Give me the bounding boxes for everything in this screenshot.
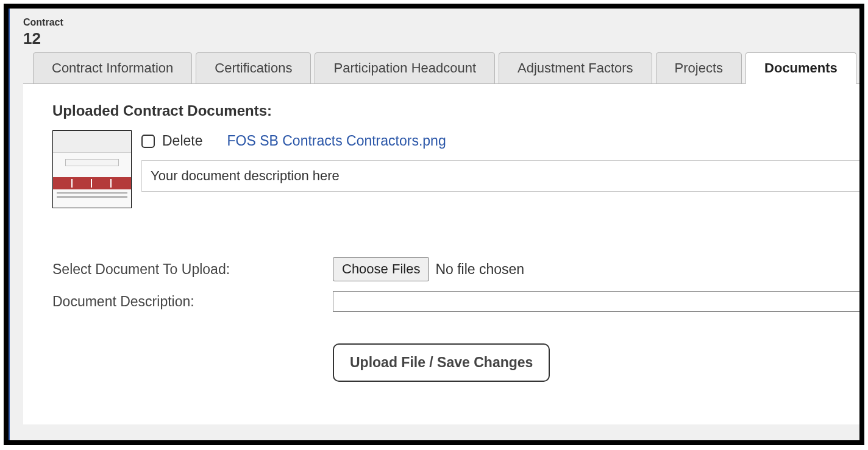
upload-save-button[interactable]: Upload File / Save Changes: [333, 343, 550, 382]
app-frame: Contract 12 Contract Information Certifi…: [4, 4, 864, 445]
document-top-line: Delete FOS SB Contracts Contractors.png: [141, 133, 859, 149]
tab-adjustment-factors[interactable]: Adjustment Factors: [499, 52, 652, 84]
document-thumbnail[interactable]: [52, 130, 132, 208]
document-description-input[interactable]: [333, 291, 859, 312]
document-description-label: Document Description:: [52, 294, 333, 310]
row-select-document: Select Document To Upload: Choose Files …: [52, 257, 859, 281]
delete-label: Delete: [162, 133, 202, 149]
tab-participation-headcount[interactable]: Participation Headcount: [315, 52, 495, 84]
document-row: Delete FOS SB Contracts Contractors.png …: [52, 130, 859, 208]
tab-content-documents: Uploaded Contract Documents: Delete FOS …: [23, 83, 859, 424]
contract-number: 12: [23, 29, 859, 48]
row-document-description: Document Description:: [52, 291, 859, 312]
upload-section: Select Document To Upload: Choose Files …: [52, 257, 859, 382]
select-document-label: Select Document To Upload:: [52, 261, 333, 278]
row-submit: Upload File / Save Changes: [52, 322, 859, 382]
section-title: Uploaded Contract Documents:: [52, 102, 859, 119]
left-accent-bar: [9, 9, 10, 440]
tab-contract-information[interactable]: Contract Information: [33, 52, 192, 84]
file-chooser: Choose Files No file chosen: [333, 257, 524, 281]
document-description-box[interactable]: Your document description here: [141, 160, 859, 192]
delete-checkbox[interactable]: [141, 135, 155, 148]
choose-files-button[interactable]: Choose Files: [333, 257, 429, 281]
tab-projects[interactable]: Projects: [656, 52, 742, 84]
tab-certifications[interactable]: Certifications: [196, 52, 311, 84]
tabs-row: Contract Information Certifications Part…: [9, 52, 859, 83]
header-label: Contract: [23, 17, 859, 28]
no-file-chosen-text: No file chosen: [435, 261, 524, 278]
page-header: Contract 12: [9, 9, 859, 52]
document-filename-link[interactable]: FOS SB Contracts Contractors.png: [227, 133, 446, 149]
document-meta: Delete FOS SB Contracts Contractors.png …: [141, 130, 859, 192]
tab-documents[interactable]: Documents: [745, 52, 856, 84]
